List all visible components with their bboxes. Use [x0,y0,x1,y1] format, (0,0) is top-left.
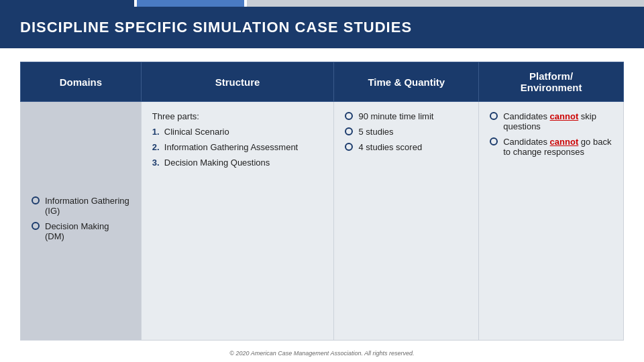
footer-text: © 2020 American Case Management Associat… [229,350,414,357]
tq-item-1: 90 minute time limit [345,111,468,121]
domain-item-2: Decision Making (DM) [32,221,130,241]
top-bars [0,0,644,7]
tq-bullet-1 [345,112,353,120]
page: DISCIPLINE SPECIFIC SIMULATION CASE STUD… [0,0,644,362]
platform-item-1: Candidates cannot skip questions [490,111,612,131]
tq-label-3: 4 studies scored [358,142,422,152]
domain-label-2: Decision Making (DM) [45,221,130,241]
bullet-icon-2 [32,222,40,230]
domain-item-1: Information Gathering (IG) [32,196,130,216]
table-wrapper: Domains Structure Time & Quantity Platfo… [0,48,644,347]
structure-num-2: 2. [152,142,164,152]
structure-text-1: Clinical Scenario [164,127,229,137]
main-table: Domains Structure Time & Quantity Platfo… [20,62,624,341]
domain-label-1: Information Gathering (IG) [45,196,130,216]
platform-bullet-1 [490,112,498,120]
structure-cell: Three parts: 1. Clinical Scenario 2. Inf… [141,102,334,341]
header: DISCIPLINE SPECIFIC SIMULATION CASE STUD… [0,7,644,48]
platform-item-2: Candidates cannot go back to change resp… [490,137,612,157]
platform-label-1: Candidates cannot skip questions [503,111,612,131]
col-header-platform: Platform/Environment [479,62,624,102]
tq-cell: 90 minute time limit 5 studies 4 studies… [334,102,479,341]
platform-label-2: Candidates cannot go back to change resp… [503,137,612,157]
tq-item-3: 4 studies scored [345,142,468,152]
platform-cannot-1: cannot [550,111,579,121]
tq-item-2: 5 studies [345,127,468,137]
tq-bullet-2 [345,127,353,135]
structure-num-1: 1. [152,127,164,137]
platform-prefix-1: Candidates [503,111,549,121]
platform-prefix-2: Candidates [503,137,549,147]
domains-cell: Information Gathering (IG) Decision Maki… [21,102,142,341]
footer: © 2020 American Case Management Associat… [0,347,644,362]
structure-item-3: 3. Decision Making Questions [152,158,323,168]
col-header-tq: Time & Quantity [334,62,479,102]
top-bar-1 [0,0,134,7]
platform-cannot-2: cannot [550,137,579,147]
tq-label-1: 90 minute time limit [358,111,433,121]
structure-list: 1. Clinical Scenario 2. Information Gath… [152,127,323,168]
structure-item-1: 1. Clinical Scenario [152,127,323,137]
structure-text-2: Information Gathering Assessment [164,142,298,152]
bullet-icon-1 [32,196,40,204]
platform-cell: Candidates cannot skip questions Candida… [479,102,624,341]
structure-text-3: Decision Making Questions [164,158,270,168]
structure-num-3: 3. [152,158,164,168]
tq-bullet-3 [345,143,353,151]
top-bar-3 [247,0,644,7]
tq-label-2: 5 studies [358,127,393,137]
col-header-structure: Structure [141,62,334,102]
platform-bullet-2 [490,137,498,145]
three-parts-label: Three parts: [152,111,323,121]
col-header-domains: Domains [21,62,142,102]
structure-item-2: 2. Information Gathering Assessment [152,142,323,152]
page-title: DISCIPLINE SPECIFIC SIMULATION CASE STUD… [20,19,624,36]
top-bar-2 [137,0,244,7]
